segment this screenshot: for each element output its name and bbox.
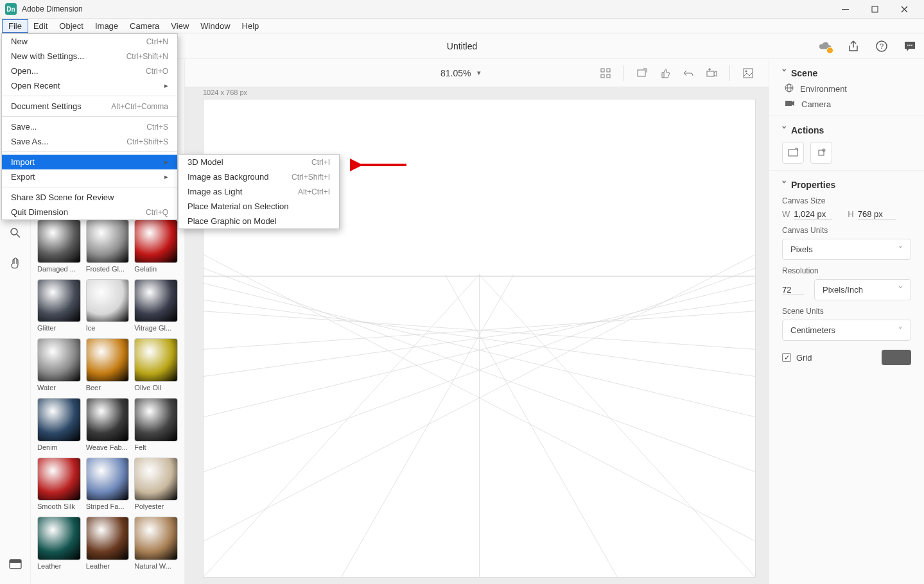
asset-thumbnail <box>86 398 130 442</box>
actions-section: Actions <box>769 116 924 171</box>
import-submenu-item[interactable]: 3D ModelCtrl+I <box>179 155 339 169</box>
resolution-input[interactable] <box>782 285 804 295</box>
asset-thumbnail <box>37 398 81 442</box>
asset-item[interactable]: Water <box>37 338 81 391</box>
document-title: Untitled <box>447 41 477 51</box>
asset-item[interactable]: Frosted Gl... <box>86 219 130 273</box>
file-menu-item[interactable]: Save As...Ctrl+Shift+S <box>2 134 177 149</box>
grid-label: Grid <box>796 353 812 363</box>
feedback-icon[interactable] <box>903 40 916 53</box>
menu-object[interactable]: Object <box>53 20 89 32</box>
file-menu-item[interactable]: Open...Ctrl+O <box>2 64 177 78</box>
close-button[interactable] <box>889 0 919 19</box>
file-menu-item[interactable]: Save...Ctrl+S <box>2 119 177 134</box>
grid-checkbox[interactable]: ✓Grid <box>782 353 812 363</box>
scene-units-select[interactable]: Centimeters <box>782 320 911 341</box>
asset-thumbnail <box>37 517 81 560</box>
asset-item[interactable]: Ice <box>86 279 130 332</box>
menu-image[interactable]: Image <box>89 20 124 32</box>
resolution-units-select[interactable]: Pixels/Inch <box>814 279 911 300</box>
canvas-toolbar: 81.05% ▾ <box>185 59 769 87</box>
grid-color-swatch[interactable] <box>882 350 911 365</box>
asset-thumbnail <box>134 458 178 501</box>
asset-item[interactable]: Olive Oil <box>134 338 178 391</box>
asset-label: Polyester <box>134 502 178 510</box>
file-menu-item[interactable]: Import <box>2 155 177 169</box>
share-icon[interactable] <box>847 40 860 53</box>
asset-label: Ice <box>86 324 130 332</box>
app-icon: Dn <box>5 3 17 15</box>
actions-heading[interactable]: Actions <box>782 125 911 135</box>
undo-view-icon[interactable] <box>679 64 697 82</box>
hand-tool[interactable] <box>8 257 22 271</box>
asset-item[interactable]: Leather <box>37 517 81 570</box>
import-submenu-item[interactable]: Place Material on Selection <box>179 199 339 214</box>
file-menu-item[interactable]: New with Settings...Ctrl+Shift+N <box>2 49 177 64</box>
asset-item[interactable]: Damaged ... <box>37 219 81 273</box>
menu-view[interactable]: View <box>165 20 195 32</box>
canvas-units-select[interactable]: Pixels <box>782 239 911 260</box>
file-menu-dropdown: NewCtrl+NNew with Settings...Ctrl+Shift+… <box>1 33 178 220</box>
help-icon[interactable]: ? <box>875 40 888 53</box>
scene-item[interactable]: Camera <box>782 94 911 109</box>
asset-item[interactable]: Denim <box>37 398 81 451</box>
properties-heading[interactable]: Properties <box>782 180 911 190</box>
menu-help[interactable]: Help <box>236 20 265 32</box>
asset-thumbnail <box>134 279 178 323</box>
action-fit-icon[interactable] <box>782 142 804 164</box>
svg-rect-13 <box>607 74 610 78</box>
asset-label: Damaged ... <box>37 265 81 273</box>
menu-bar: FileEditObjectImageCameraViewWindowHelp <box>0 19 924 33</box>
asset-label: Natural W... <box>134 562 178 570</box>
zoom-control[interactable]: 81.05% ▾ <box>440 68 481 78</box>
asset-item[interactable]: Vitrage Gl... <box>134 279 178 332</box>
frame-icon[interactable] <box>597 64 615 82</box>
maximize-button[interactable] <box>860 0 889 19</box>
file-menu-item[interactable]: Open Recent <box>2 78 177 93</box>
asset-item[interactable]: Leather <box>86 517 130 570</box>
width-input[interactable] <box>794 209 832 219</box>
scene-item-label: Environment <box>800 84 847 94</box>
asset-item[interactable]: Smooth Silk <box>37 458 81 511</box>
asset-item[interactable]: Polyester <box>134 458 178 511</box>
asset-thumbnail <box>134 219 178 263</box>
scene-heading[interactable]: Scene <box>782 68 911 78</box>
asset-item[interactable]: Beer <box>86 338 130 391</box>
menu-file[interactable]: File <box>3 20 28 32</box>
import-submenu-item[interactable]: Image as BackgroundCtrl+Shift+I <box>179 169 339 184</box>
menu-separator <box>2 96 177 96</box>
svg-point-17 <box>745 70 747 72</box>
bookmark-view-icon[interactable] <box>633 64 651 82</box>
menu-window[interactable]: Window <box>195 20 236 32</box>
camera-add-icon[interactable] <box>702 64 720 82</box>
file-menu-item[interactable]: Share 3D Scene for Review <box>2 190 177 205</box>
svg-point-6 <box>911 44 912 46</box>
menu-edit[interactable]: Edit <box>28 20 53 32</box>
asset-label: Water <box>37 384 81 391</box>
asset-item[interactable]: Natural W... <box>134 517 178 570</box>
scene-item[interactable]: Environment <box>782 78 911 94</box>
menu-camera[interactable]: Camera <box>124 20 165 32</box>
thumbs-up-icon[interactable] <box>656 64 674 82</box>
asset-item[interactable]: Striped Fa... <box>86 458 130 511</box>
file-menu-item[interactable]: NewCtrl+N <box>2 34 177 49</box>
height-input[interactable] <box>858 209 896 219</box>
search-tool[interactable] <box>8 226 22 240</box>
asset-item[interactable]: Weave Fab... <box>86 398 130 451</box>
file-menu-item[interactable]: Quit DimensionCtrl+Q <box>2 205 177 219</box>
scene-item-label: Camera <box>801 99 831 109</box>
action-focus-icon[interactable] <box>810 142 832 164</box>
render-icon[interactable] <box>739 64 757 82</box>
import-submenu-item[interactable]: Place Graphic on Model <box>179 214 339 228</box>
cloud-sync-icon[interactable] <box>819 40 832 53</box>
minimize-button[interactable] <box>830 0 860 19</box>
right-panel: Scene EnvironmentCamera Actions Properti… <box>769 59 924 584</box>
import-submenu-item[interactable]: Image as LightAlt+Ctrl+I <box>179 184 339 199</box>
panel-toggle[interactable] <box>8 557 22 571</box>
file-menu-item[interactable]: Document SettingsAlt+Ctrl+Comma <box>2 99 177 114</box>
asset-item[interactable]: Gelatin <box>134 219 178 273</box>
asset-item[interactable]: Felt <box>134 398 178 451</box>
file-menu-item[interactable]: Export <box>2 169 177 184</box>
asset-label: Frosted Gl... <box>86 265 130 273</box>
asset-item[interactable]: Glitter <box>37 279 81 332</box>
